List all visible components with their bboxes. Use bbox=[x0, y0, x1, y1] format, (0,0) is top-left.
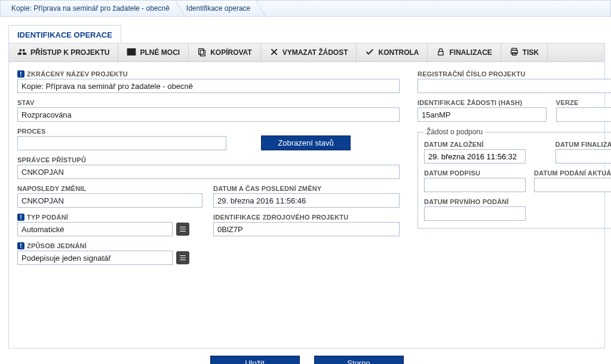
last-changed-by-input[interactable] bbox=[17, 193, 202, 208]
process-input[interactable] bbox=[17, 136, 226, 150]
svg-rect-1 bbox=[200, 50, 205, 55]
breadcrumb-item-2[interactable]: Identifikace operace bbox=[180, 0, 261, 17]
lock-icon bbox=[436, 47, 446, 58]
hash-label: IDENTIFIKACE ŽÁDOSTI (HASH) bbox=[417, 99, 546, 106]
access-admin-input[interactable] bbox=[17, 165, 400, 179]
created-label: DATUM ZALOŽENÍ bbox=[424, 141, 547, 148]
submit-date-input[interactable] bbox=[534, 178, 611, 192]
src-id-label: IDENTIFIKACE ZDROJOVÉHO PROJEKTU bbox=[213, 214, 400, 221]
toolbar-poa[interactable]: PLNÉ MOCI bbox=[118, 44, 189, 61]
created-input[interactable] bbox=[424, 149, 526, 164]
final-date-input[interactable] bbox=[555, 149, 611, 164]
sub-type-picker[interactable] bbox=[176, 223, 189, 236]
toolbar-print[interactable]: TISK bbox=[501, 44, 548, 61]
submit-date-label: DATUM PODÁNÍ AKTUÁLNÍ VERZE ŽÁDOSTI bbox=[534, 169, 611, 177]
sub-type-label-text: TYP PODÁNÍ bbox=[27, 214, 68, 221]
required-icon: ! bbox=[17, 214, 24, 221]
version-input[interactable] bbox=[556, 107, 611, 122]
toolbar-check-label: KONTROLA bbox=[378, 48, 419, 57]
state-input[interactable] bbox=[17, 107, 400, 122]
toolbar-finalize-label: FINALIZACE bbox=[449, 48, 492, 57]
reg-no-label: REGISTRAČNÍ ČÍSLO PROJEKTU bbox=[417, 70, 611, 78]
toolbar-access[interactable]: PŘÍSTUP K PROJEKTU bbox=[9, 44, 118, 61]
save-button[interactable]: Uložit bbox=[210, 356, 300, 364]
breadcrumb: Kopie: Příprava na seminář pro žadatele … bbox=[0, 0, 611, 17]
short-name-label-text: ZKRÁCENÝ NÁZEV PROJEKTU bbox=[27, 70, 128, 78]
required-icon: ! bbox=[17, 70, 24, 78]
src-id-input[interactable] bbox=[213, 222, 400, 236]
svg-rect-2 bbox=[438, 51, 443, 55]
sub-type-label: ! TYP PODÁNÍ bbox=[17, 214, 202, 221]
support-request-group: Žádost o podporu DATUM ZALOŽENÍ DATUM FI… bbox=[417, 128, 611, 229]
act-mode-input[interactable] bbox=[17, 251, 173, 265]
cancel-button[interactable]: Storno bbox=[314, 356, 404, 364]
mail-icon bbox=[127, 47, 136, 58]
toolbar-delete-label: VYMAZAT ŽÁDOST bbox=[283, 48, 348, 57]
tab-active[interactable]: IDENTIFIKACE OPERACE bbox=[8, 25, 121, 43]
list-icon bbox=[179, 254, 187, 262]
people-icon bbox=[17, 47, 27, 58]
last-changed-at-label: DATUM A ČAS POSLEDNÍ ZMĚNY bbox=[213, 185, 400, 192]
hash-input[interactable] bbox=[417, 107, 546, 122]
last-changed-by-label: NAPOSLEDY ZMĚNIL bbox=[17, 185, 202, 192]
show-states-button[interactable]: Zobrazení stavů bbox=[261, 135, 351, 150]
close-icon bbox=[269, 47, 279, 58]
final-date-label: DATUM FINALIZACE bbox=[555, 141, 611, 148]
access-admin-label: SPRÁVCE PŘÍSTUPŮ bbox=[17, 156, 400, 164]
copy-icon bbox=[197, 47, 207, 58]
toolbar-check[interactable]: KONTROLA bbox=[357, 44, 428, 61]
svg-rect-0 bbox=[199, 48, 204, 54]
last-changed-at-input[interactable] bbox=[213, 193, 400, 208]
breadcrumb-item-1[interactable]: Kopie: Příprava na seminář pro žadatele … bbox=[5, 0, 180, 17]
first-submit-label: DATUM PRVNÍHO PODÁNÍ bbox=[424, 198, 611, 205]
toolbar-finalize[interactable]: FINALIZACE bbox=[428, 44, 501, 61]
state-label: STAV bbox=[17, 99, 400, 106]
version-label: VERZE bbox=[556, 99, 611, 106]
list-icon bbox=[179, 225, 187, 233]
act-mode-label: ! ZPŮSOB JEDNÁNÍ bbox=[17, 242, 400, 249]
act-mode-picker[interactable] bbox=[176, 251, 189, 264]
short-name-label: ! ZKRÁCENÝ NÁZEV PROJEKTU bbox=[17, 70, 400, 78]
process-label: PROCES bbox=[17, 128, 226, 135]
svg-rect-5 bbox=[512, 53, 516, 55]
first-submit-input[interactable] bbox=[424, 206, 526, 221]
support-request-legend: Žádost o podporu bbox=[424, 128, 485, 136]
reg-no-input[interactable] bbox=[417, 79, 611, 93]
toolbar-copy-label: KOPÍROVAT bbox=[210, 48, 252, 57]
sub-type-input[interactable] bbox=[17, 222, 173, 236]
sign-date-input[interactable] bbox=[424, 178, 526, 192]
print-icon bbox=[509, 47, 519, 58]
short-name-input[interactable] bbox=[17, 79, 400, 93]
check-icon bbox=[365, 47, 374, 58]
toolbar-print-label: TISK bbox=[523, 48, 539, 57]
required-icon: ! bbox=[17, 242, 24, 249]
act-mode-label-text: ZPŮSOB JEDNÁNÍ bbox=[27, 242, 87, 249]
toolbar-delete[interactable]: VYMAZAT ŽÁDOST bbox=[261, 44, 357, 61]
toolbar-copy[interactable]: KOPÍROVAT bbox=[189, 44, 261, 61]
toolbar-access-label: PŘÍSTUP K PROJEKTU bbox=[30, 48, 109, 57]
sign-date-label: DATUM PODPISU bbox=[424, 169, 526, 177]
toolbar: PŘÍSTUP K PROJEKTU PLNÉ MOCI KOPÍROVAT V… bbox=[8, 43, 605, 62]
toolbar-poa-label: PLNÉ MOCI bbox=[140, 48, 180, 57]
